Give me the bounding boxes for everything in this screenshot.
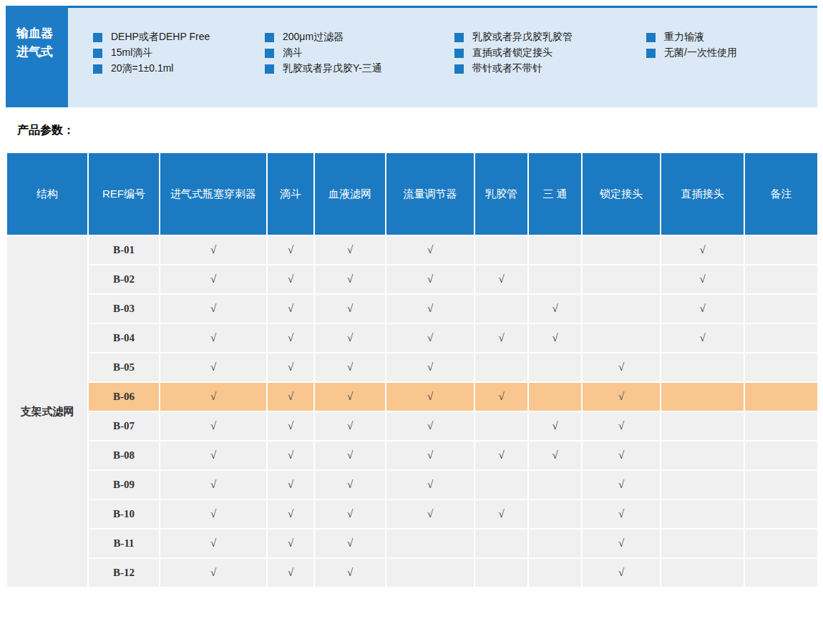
checkmark-cell: √ <box>160 441 267 470</box>
checkmark-cell: √ <box>160 499 267 529</box>
ref-cell: B-04 <box>88 323 160 353</box>
checkmark-cell: √ <box>661 235 744 265</box>
ref-cell: B-12 <box>88 558 160 587</box>
checkmark-cell: √ <box>528 411 582 441</box>
checkmark-cell: √ <box>386 353 474 382</box>
feature-item-label: 200μm过滤器 <box>283 31 344 44</box>
empty-cell <box>386 558 474 587</box>
table-row[interactable]: B-12√√√√ <box>6 558 818 587</box>
checkmark-cell: √ <box>267 353 314 382</box>
square-bullet-icon <box>265 33 274 42</box>
feature-item-label: 重力输液 <box>664 31 704 44</box>
checkmark-cell: √ <box>314 441 386 470</box>
checkmark-cell: √ <box>582 441 661 470</box>
table-row[interactable]: B-05√√√√√ <box>6 353 818 382</box>
remark-cell <box>744 265 818 294</box>
column-header-three-way: 三 通 <box>528 152 582 235</box>
table-row[interactable]: 支架式滤网B-01√√√√√ <box>6 235 818 265</box>
table-row[interactable]: B-11√√√√ <box>6 529 818 558</box>
feature-item: 带针或者不带针 <box>454 61 573 77</box>
table-row[interactable]: B-09√√√√√ <box>6 470 818 499</box>
feature-item-label: 20滴=1±0.1ml <box>111 62 173 75</box>
feature-item-label: 直插或者锁定接头 <box>472 47 552 59</box>
empty-cell <box>474 353 528 382</box>
remark-cell <box>744 235 818 265</box>
empty-cell <box>474 294 528 323</box>
empty-cell <box>528 529 582 558</box>
section-label-product-parameters: 产品参数： <box>17 123 74 138</box>
column-header-flow-regulator: 流量调节器 <box>386 152 474 235</box>
checkmark-cell: √ <box>386 265 474 294</box>
column-header-remark: 备注 <box>744 152 818 235</box>
table-row[interactable]: B-03√√√√√√ <box>6 294 818 323</box>
ref-cell: B-05 <box>88 353 160 382</box>
empty-cell <box>474 411 528 441</box>
checkmark-cell: √ <box>582 558 661 587</box>
ref-cell: B-01 <box>88 235 160 265</box>
remark-cell <box>744 353 818 382</box>
feature-item-label: 带针或者不带针 <box>472 62 542 75</box>
square-bullet-icon <box>454 49 464 58</box>
square-bullet-icon <box>646 49 656 58</box>
table-row[interactable]: B-06√√√√√√ <box>6 382 818 411</box>
feature-item: 重力输液 <box>646 29 737 45</box>
checkmark-cell: √ <box>314 411 386 441</box>
ref-cell: B-07 <box>88 411 160 441</box>
checkmark-cell: √ <box>160 265 267 294</box>
table-row[interactable]: B-04√√√√√√√ <box>6 323 818 353</box>
table-row[interactable]: B-10√√√√√√ <box>6 499 818 529</box>
ref-cell: B-06 <box>88 382 160 411</box>
empty-cell <box>661 353 744 382</box>
checkmark-cell: √ <box>528 441 582 470</box>
checkmark-cell: √ <box>474 323 528 353</box>
checkmark-cell: √ <box>267 235 314 265</box>
square-bullet-icon <box>93 64 102 74</box>
checkmark-cell: √ <box>582 499 661 529</box>
remark-cell <box>744 470 818 499</box>
feature-item-label: 无菌/一次性使用 <box>664 47 737 59</box>
table-row[interactable]: B-07√√√√√√ <box>6 411 818 441</box>
feature-banner: 输血器 进气式 DEHP或者DEHP Free15ml滴斗20滴=1±0.1ml… <box>6 6 817 107</box>
empty-cell <box>582 265 661 294</box>
checkmark-cell: √ <box>160 558 267 587</box>
table-row[interactable]: B-02√√√√√√ <box>6 265 818 294</box>
feature-item-label: 乳胶或者异戊胶乳胶管 <box>472 31 573 44</box>
feature-item-label: DEHP或者DEHP Free <box>111 31 210 44</box>
table-row[interactable]: B-08√√√√√√√ <box>6 441 818 470</box>
checkmark-cell: √ <box>661 323 744 353</box>
empty-cell <box>474 529 528 558</box>
empty-cell <box>582 294 661 323</box>
checkmark-cell: √ <box>661 265 744 294</box>
empty-cell <box>661 499 744 529</box>
checkmark-cell: √ <box>267 558 314 587</box>
checkmark-cell: √ <box>582 411 661 441</box>
empty-cell <box>474 235 528 265</box>
checkmark-cell: √ <box>267 529 314 558</box>
empty-cell <box>661 558 744 587</box>
checkmark-cell: √ <box>474 265 528 294</box>
checkmark-cell: √ <box>314 529 386 558</box>
remark-cell <box>744 529 818 558</box>
checkmark-cell: √ <box>314 499 386 529</box>
checkmark-cell: √ <box>267 499 314 529</box>
feature-item: 20滴=1±0.1ml <box>93 61 210 77</box>
remark-cell <box>744 294 818 323</box>
checkmark-cell: √ <box>267 382 314 411</box>
empty-cell <box>582 235 661 265</box>
checkmark-cell: √ <box>160 411 267 441</box>
column-header-ref: REF编号 <box>88 152 160 235</box>
checkmark-cell: √ <box>314 235 386 265</box>
checkmark-cell: √ <box>160 353 267 382</box>
product-title-line-2: 进气式 <box>16 43 68 62</box>
square-bullet-icon <box>265 49 274 58</box>
square-bullet-icon <box>454 33 464 42</box>
empty-cell <box>474 558 528 587</box>
column-header-drip-chamber: 滴斗 <box>267 152 314 235</box>
feature-column-2: 200μm过滤器滴斗乳胶或者异戊胶Y-三通 <box>265 29 382 77</box>
checkmark-cell: √ <box>386 470 474 499</box>
checkmark-cell: √ <box>314 382 386 411</box>
structure-merged-cell: 支架式滤网 <box>6 235 88 587</box>
checkmark-cell: √ <box>160 323 267 353</box>
empty-cell <box>386 529 474 558</box>
feature-item: 15ml滴斗 <box>93 45 210 61</box>
